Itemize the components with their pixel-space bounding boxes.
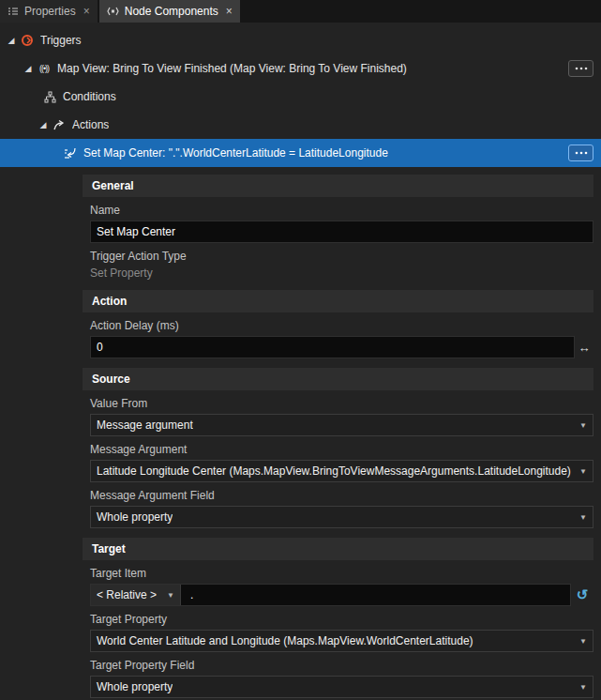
tree-row-set-map-center[interactable]: Set Map Center: ".".WorldCenterLatitude …	[0, 139, 601, 167]
chevron-down-icon: ▼	[574, 467, 593, 476]
conditions-icon	[41, 91, 58, 103]
tab-properties[interactable]: Properties ×	[0, 0, 98, 23]
broadcast-glyph: ((•))	[39, 64, 49, 73]
more-options-button[interactable]	[568, 145, 593, 161]
close-icon[interactable]: ×	[226, 6, 233, 17]
tree-row-actions[interactable]: ◢ Actions	[0, 111, 601, 139]
target-property-label: Target Property	[90, 613, 593, 627]
target-item-dropdown[interactable]: < Relative > ▼	[91, 585, 181, 605]
value-from-dropdown[interactable]: Message argument ▼	[90, 414, 593, 436]
section-header-general: General	[83, 175, 593, 197]
close-icon[interactable]: ×	[83, 6, 90, 17]
trigger-action-type-value: Set Property	[90, 266, 593, 281]
name-label: Name	[90, 204, 593, 218]
tab-node-components[interactable]: Node Components ×	[99, 0, 240, 23]
dropdown-value: Whole property	[91, 680, 173, 693]
message-argument-label: Message Argument	[90, 443, 593, 457]
expander-icon[interactable]: ◢	[21, 64, 36, 73]
target-property-field-dropdown[interactable]: Whole property ▼	[90, 676, 593, 698]
tree-row-conditions[interactable]: Conditions	[0, 83, 601, 111]
dropdown-value: < Relative >	[91, 588, 157, 601]
target-item-label: Target Item	[90, 567, 593, 581]
target-item-path: .	[190, 588, 193, 601]
trigger-action-type-label: Trigger Action Type	[90, 250, 593, 264]
chevron-down-icon: ▼	[161, 591, 180, 600]
section-header-action: Action	[83, 290, 593, 312]
components-tree: ◢ Triggers ◢ ((•)) Map View: Bring To Vi…	[0, 23, 601, 167]
target-item-field: < Relative > ▼ .	[90, 584, 571, 606]
dropdown-value: World Center Latitude and Longitude (Map…	[91, 634, 473, 647]
action-delay-input[interactable]	[90, 336, 575, 358]
chevron-down-icon: ▼	[574, 513, 593, 522]
more-options-button[interactable]	[568, 60, 593, 77]
value-from-label: Value From	[90, 397, 593, 411]
actions-icon	[51, 119, 68, 131]
message-trigger-icon: ((•))	[36, 64, 53, 73]
chevron-down-icon: ▼	[574, 683, 593, 692]
chevron-down-icon: ▼	[574, 421, 593, 430]
name-input[interactable]	[90, 221, 593, 243]
triggers-icon	[19, 34, 36, 47]
set-property-action-icon	[62, 147, 79, 160]
expander-icon[interactable]: ◢	[4, 36, 19, 45]
section-header-target: Target	[83, 538, 593, 560]
target-property-field-label: Target Property Field	[90, 659, 593, 673]
message-argument-field-label: Message Argument Field	[90, 489, 593, 503]
action-delay-label: Action Delay (ms)	[90, 319, 593, 333]
message-argument-field-dropdown[interactable]: Whole property ▼	[90, 506, 593, 528]
tab-bar: Properties × Node Components ×	[0, 0, 601, 23]
tree-label: Conditions	[63, 90, 116, 103]
drag-adjust-icon[interactable]: ↔	[575, 341, 593, 355]
node-components-icon	[107, 6, 119, 17]
tree-label: Actions	[72, 118, 109, 131]
properties-list-icon	[8, 6, 19, 17]
section-header-source: Source	[83, 368, 593, 390]
dropdown-value: Whole property	[91, 510, 173, 524]
target-property-dropdown[interactable]: World Center Latitude and Longitude (Map…	[90, 630, 593, 652]
reset-icon[interactable]: ↺	[571, 586, 593, 603]
tab-label: Node Components	[125, 5, 218, 18]
action-properties-panel: General Name Trigger Action Type Set Pro…	[83, 175, 601, 698]
expander-icon[interactable]: ◢	[36, 120, 51, 129]
node-components-window: Properties × Node Components × ◢ Trigger…	[0, 0, 601, 700]
tab-label: Properties	[24, 5, 76, 18]
chevron-down-icon: ▼	[574, 637, 593, 646]
dropdown-value: Message argument	[91, 418, 193, 432]
message-argument-dropdown[interactable]: Latitude Longitude Center (Maps.MapView.…	[90, 460, 593, 482]
tree-label: Map View: Bring To View Finished (Map Vi…	[57, 62, 407, 75]
dropdown-value: Latitude Longitude Center (Maps.MapView.…	[91, 464, 571, 478]
tree-row-trigger[interactable]: ◢ ((•)) Map View: Bring To View Finished…	[0, 54, 601, 83]
tree-label: Set Map Center: ".".WorldCenterLatitude …	[83, 146, 388, 160]
tree-label: Triggers	[40, 34, 82, 47]
tree-row-triggers[interactable]: ◢ Triggers	[0, 26, 601, 54]
